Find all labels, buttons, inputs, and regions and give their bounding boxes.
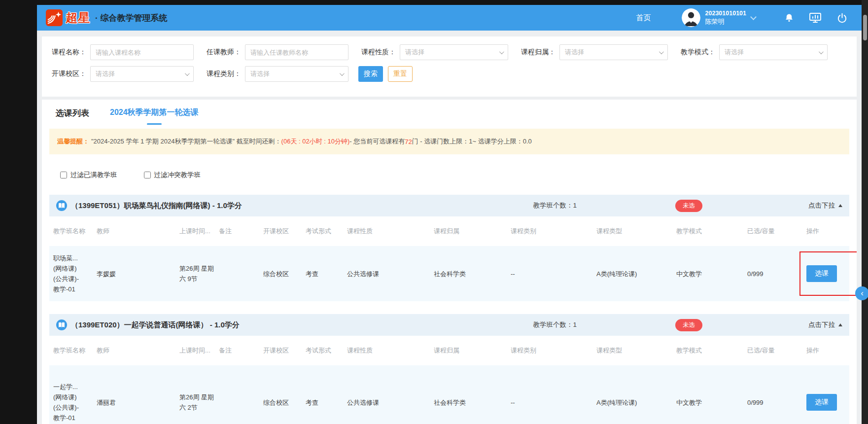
notice-bar: 温馨提醒： "2024-2025 学年 1 学期 2024秋季学期第一轮选课" … [49,129,849,154]
course-belong-select[interactable]: 请选择 [559,44,668,60]
notice-prefix: 温馨提醒： [57,137,89,146]
tab-active-indicator [147,123,162,125]
table-row: 一起学... (网络课) (公共课)- 教学-01 潘丽君 第26周 星期六 2… [49,365,849,424]
nav-home-link[interactable]: 首页 [636,13,651,23]
cell-type: A类(纯理论课) [596,397,676,408]
chevron-down-icon [819,49,824,54]
course-title: （1399ET051）职场菜鸟礼仪指南(网络课) - 1.0学分 [71,201,242,211]
col-teacher: 教师 [97,346,179,355]
expand-toggle[interactable]: 点击下拉 [808,320,842,329]
brand-logo-text: 超星 [66,10,90,26]
notice-text-3: 门 - 选课门数上限：1~ 选课学分上限：0.0 [412,137,532,146]
tab-row: 选课列表 2024秋季学期第一轮选课 [49,100,849,125]
cell-campus: 综合校区 [263,269,306,279]
col-capacity: 已选/容量 [747,346,806,355]
cell-time: 第26周 星期六 2节 [179,392,219,413]
campus-select[interactable]: 请选择 [90,66,194,82]
course-category-label: 课程类别： [207,70,241,78]
course-nature-label: 课程性质： [361,48,396,57]
book-icon [56,319,67,330]
notice-countdown: (06天 : 02小时 : 10分钟) [281,137,350,146]
chevron-down-icon [185,71,190,76]
cell-teacher: 潘丽君 [97,397,179,408]
col-capacity: 已选/容量 [747,227,806,236]
scrollbar[interactable] [863,15,867,40]
cell-capacity: 0/999 [747,397,806,408]
course-belong-label: 课程归属： [521,48,556,57]
filter-conflict-classes[interactable]: 过滤冲突教学班 [144,171,201,179]
avatar-person-icon [682,8,700,27]
course-nature-select[interactable]: 请选择 [400,44,508,60]
col-mode: 教学模式 [676,346,747,355]
screen: 超星 · 综合教学管理系统 首页 202301010101 陈荣明 [0,0,868,424]
course-card-header: （1399ET051）职场菜鸟礼仪指南(网络课) - 1.0学分 教学班个数：1… [49,195,849,216]
filter-conflict-checkbox[interactable] [144,172,151,178]
cell-campus: 综合校区 [263,397,306,408]
select-course-button[interactable]: 选课 [806,394,837,411]
col-action: 操作 [806,227,845,236]
cell-belong: 社会科学类 [434,397,511,408]
table-row: 职场菜... (网络课) (公共课)- 教学-01 李媛媛 第26周 星期六 9… [49,246,849,301]
chevron-down-icon[interactable] [750,14,757,20]
select-course-button[interactable]: 选课 [806,265,837,282]
monitor-icon[interactable] [809,12,822,24]
tab-round1[interactable]: 2024秋季学期第一轮选课 [110,107,199,125]
cell-nature: 公共选修课 [347,397,434,408]
cell-time: 第26周 星期六 9节 [179,263,219,284]
reset-button[interactable]: 重置 [388,66,413,82]
cell-teacher: 李媛媛 [97,269,179,279]
triangle-up-icon [838,323,842,326]
filter-panel: 课程名称： 任课教师： 课程性质： 请选择 课程归属： [42,36,857,97]
col-remark: 备注 [219,227,263,236]
cell-class-name: 职场菜... (网络课) (公共课)- 教学-01 [53,253,97,294]
col-time: 上课时间... [179,346,219,355]
course-name-label: 课程名称： [52,48,86,57]
notice-text-2: - 您当前可选课程有 [349,137,405,146]
book-icon [56,200,67,211]
frame-left [0,0,37,424]
teacher-input[interactable] [245,44,348,60]
col-nature: 课程性质 [347,227,434,236]
col-class-name: 教学班名称 [53,346,97,355]
user-id: 202301010101 [705,10,746,18]
expand-toggle[interactable]: 点击下拉 [808,201,842,210]
class-count: 教学班个数：1 [533,320,577,329]
triangle-up-icon [838,204,842,207]
bell-icon[interactable] [784,12,794,23]
avatar[interactable] [682,8,700,27]
status-badge: 未选 [675,319,702,331]
col-belong: 课程归属 [434,227,511,236]
status-badge: 未选 [675,200,702,212]
brand-logo: 超星 · 综合教学管理系统 [46,9,167,26]
filter-full-checkbox[interactable] [60,172,67,178]
col-category: 课程类别 [511,346,596,355]
course-card-1399ET051: （1399ET051）职场菜鸟礼仪指南(网络课) - 1.0学分 教学班个数：1… [49,195,849,301]
col-teacher: 教师 [97,227,179,236]
col-time: 上课时间... [179,227,219,236]
cell-class-name: 一起学... (网络课) (公共课)- 教学-01 [53,382,97,423]
teacher-label: 任课教师： [207,48,241,57]
user-name: 陈荣明 [705,18,746,26]
notice-text-1: "2024-2025 学年 1 学期 2024秋季学期第一轮选课" 截至时间还剩… [91,137,281,146]
power-icon[interactable] [836,12,848,24]
cell-type: A类(纯理论课) [596,269,676,279]
campus-label: 开课校区： [52,70,86,78]
notice-course-count: 72 [405,138,412,145]
search-button[interactable]: 搜索 [358,66,383,82]
sidebar-collapse-handle[interactable]: ‹ [855,286,868,300]
user-info[interactable]: 202301010101 陈荣明 [705,10,746,26]
course-category-select[interactable]: 请选择 [245,66,348,82]
course-card-header: （1399ET020）一起学说普通话(网络课） - 1.0学分 教学班个数：1 … [49,314,849,336]
cell-capacity: 0/999 [747,269,806,279]
course-card-1399ET020: （1399ET020）一起学说普通话(网络课） - 1.0学分 教学班个数：1 … [49,314,849,424]
col-class-name: 教学班名称 [53,227,97,236]
col-belong: 课程归属 [434,346,511,355]
course-name-input[interactable] [90,44,194,60]
cell-category: -- [511,269,596,279]
teaching-mode-select[interactable]: 请选择 [719,44,828,60]
frame-top [0,0,868,5]
filter-full-classes[interactable]: 过滤已满教学班 [60,171,117,179]
cell-exam: 考查 [306,397,347,408]
cell-mode: 中文教学 [676,269,747,279]
table-header: 教学班名称 教师 上课时间... 备注 开课校区 考试形式 课程性质 课程归属 … [49,216,849,246]
